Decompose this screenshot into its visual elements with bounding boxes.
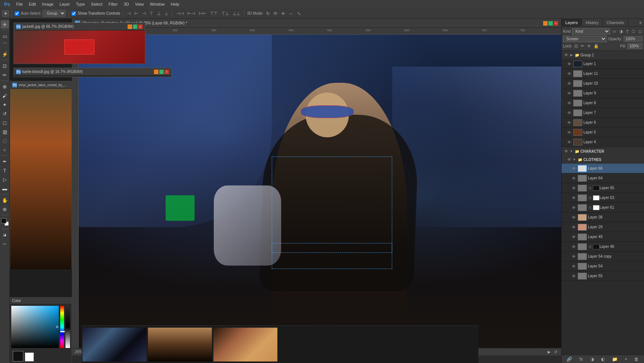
layer-row-layer65[interactable]: 👁 ⛓ Layer 65: [562, 183, 644, 193]
group1-expand[interactable]: ▶: [569, 53, 574, 57]
hue-slider[interactable]: [60, 306, 64, 348]
type-tool[interactable]: T: [1, 166, 9, 175]
layer-row-layer61[interactable]: 👁 ⛓ Layer 61: [562, 203, 644, 213]
move-tool-indicator[interactable]: ✦: [2, 10, 9, 17]
menu-view[interactable]: View: [132, 1, 147, 7]
tab-channels[interactable]: Channels: [603, 19, 628, 26]
character-expand[interactable]: ▼: [569, 149, 574, 153]
tab-history[interactable]: History: [582, 19, 603, 26]
menu-image[interactable]: Image: [40, 1, 56, 7]
layer55-visibility[interactable]: 👁: [571, 274, 577, 278]
panel-menu-button[interactable]: ≡: [639, 20, 642, 25]
layer-row-layer46[interactable]: 👁 ⛓ Layer 46: [562, 242, 644, 252]
menu-window[interactable]: Window: [147, 1, 167, 7]
layer-row-layer6[interactable]: 👁 Layer 6: [562, 118, 644, 128]
distribute-top-button[interactable]: ⊤⊤: [209, 10, 219, 17]
layer-group-1[interactable]: 👁 ▶ 📁 Group 1: [562, 51, 644, 59]
layer38-visibility[interactable]: 👁: [571, 215, 577, 220]
menu-select[interactable]: Select: [88, 1, 105, 7]
thumb-1[interactable]: [82, 328, 146, 361]
smartobj-filter-button[interactable]: ◻: [638, 29, 642, 34]
clothes-visibility[interactable]: 👁: [566, 157, 572, 162]
layer64-visibility[interactable]: 👁: [571, 176, 577, 181]
distribute-right-button[interactable]: ⊢⊢: [198, 10, 207, 17]
small-doc-1-minimize[interactable]: _: [128, 24, 132, 29]
add-style-button[interactable]: fx: [578, 356, 584, 363]
foreground-swatch[interactable]: [13, 351, 23, 361]
layer61-visibility[interactable]: 👁: [571, 205, 577, 210]
layer66-visibility[interactable]: 👁: [571, 166, 577, 171]
link-layers-button[interactable]: 🔗: [565, 356, 574, 363]
small-doc-2-close[interactable]: ×: [164, 70, 169, 74]
menu-type[interactable]: Type: [73, 1, 88, 7]
layer8-visibility[interactable]: 👁: [566, 101, 572, 105]
layer-row-layer54[interactable]: 👁 Layer 54: [562, 261, 644, 271]
layer5-visibility[interactable]: 👁: [566, 130, 572, 135]
layer46-visibility[interactable]: 👁: [571, 245, 577, 249]
menu-filter[interactable]: Filter: [106, 1, 120, 7]
3d-scale-button[interactable]: ⤡: [296, 10, 302, 17]
3d-slide-button[interactable]: ↔: [288, 10, 294, 17]
align-right-button[interactable]: ⊣: [141, 10, 147, 17]
blend-mode-dropdown[interactable]: Screen Normal Multiply Overlay: [563, 36, 607, 42]
menu-edit[interactable]: Edit: [26, 1, 39, 7]
screen-mode-button[interactable]: ▭: [1, 240, 9, 248]
layer-row-layer64[interactable]: 👁 Layer 64: [562, 173, 644, 183]
fill-input[interactable]: [627, 43, 642, 49]
align-bottom-button[interactable]: ⊥: [163, 10, 169, 17]
layer-row-layer5[interactable]: 👁 Layer 5: [562, 128, 644, 137]
adjustment-filter-button[interactable]: ◑: [618, 29, 624, 34]
history-brush-tool[interactable]: ↺: [1, 109, 9, 118]
layer29-visibility[interactable]: 👁: [571, 225, 577, 229]
main-doc-close[interactable]: ×: [554, 21, 558, 26]
layer1-visibility[interactable]: 👁: [566, 62, 572, 66]
align-left-button[interactable]: ⊣: [126, 10, 132, 17]
shape-tool[interactable]: ▬: [1, 184, 9, 193]
transform-controls-checkbox[interactable]: [72, 11, 76, 16]
auto-select-dropdown[interactable]: Group Layer: [43, 10, 66, 17]
layer49-visibility[interactable]: 👁: [571, 235, 577, 239]
new-layer-button[interactable]: +: [623, 356, 629, 363]
foreground-color[interactable]: [1, 218, 6, 223]
opacity-input[interactable]: 100%: [624, 36, 642, 42]
small-doc-2-minimize[interactable]: _: [154, 70, 158, 74]
character-visibility[interactable]: 👁: [563, 149, 569, 153]
thumb-3[interactable]: [213, 328, 277, 361]
fg-bg-colors[interactable]: [1, 218, 9, 226]
layer-row-layer66[interactable]: 👁 Layer 66: [562, 164, 644, 173]
path-select-tool[interactable]: ▷: [1, 175, 9, 184]
pen-tool[interactable]: ✒: [1, 157, 9, 166]
background-swatch[interactable]: [25, 352, 34, 361]
align-center-h-button[interactable]: ⊢: [133, 10, 139, 17]
lasso-tool[interactable]: ⌒: [1, 41, 9, 49]
layer6-visibility[interactable]: 👁: [566, 120, 572, 125]
canvas-image-area[interactable]: [79, 35, 561, 355]
layer9-visibility[interactable]: 👁: [566, 91, 572, 96]
layer-row-layer54copy[interactable]: 👁 Layer 54 copy: [562, 252, 644, 261]
3d-roll-button[interactable]: ⟳: [273, 10, 279, 17]
patch-tool[interactable]: ⊕: [1, 82, 9, 91]
type-filter-button[interactable]: T: [625, 29, 629, 34]
distribute-center-v-button[interactable]: ⊤⊥: [220, 10, 230, 17]
3d-rotate-button[interactable]: ↻: [265, 10, 271, 17]
lock-image-button[interactable]: ✏: [580, 43, 585, 49]
delete-layer-button[interactable]: 🗑: [633, 356, 640, 363]
marquee-tool[interactable]: ▭: [1, 32, 9, 40]
distribute-left-button[interactable]: ⊣⊣: [175, 10, 185, 17]
blur-tool[interactable]: ◌: [1, 137, 9, 145]
3d-pan-button[interactable]: ✛: [280, 10, 286, 17]
layer-row-layer7[interactable]: 👁 Layer 7: [562, 108, 644, 118]
add-mask-button[interactable]: ◑: [589, 356, 595, 363]
kind-dropdown[interactable]: Kind Name Effect Mode Attribute Color Sm…: [572, 28, 610, 35]
layer-row-layer29[interactable]: 👁 Layer 29: [562, 222, 644, 232]
wand-tool[interactable]: ⚡: [1, 50, 9, 58]
small-doc-2-maximize[interactable]: □: [159, 70, 164, 74]
lock-all-button[interactable]: 🔒: [593, 43, 600, 49]
loop-button[interactable]: ↺: [553, 349, 558, 355]
layer-group-character[interactable]: 👁 ▼ 📁 CHARACTER: [562, 147, 644, 155]
small-doc-1-maximize[interactable]: □: [133, 24, 137, 29]
eyedropper-tool[interactable]: ✏: [1, 71, 9, 79]
menu-layer[interactable]: Layer: [57, 1, 73, 7]
dodge-tool[interactable]: ○: [1, 146, 9, 154]
brush-tool[interactable]: 🖌: [1, 91, 9, 100]
